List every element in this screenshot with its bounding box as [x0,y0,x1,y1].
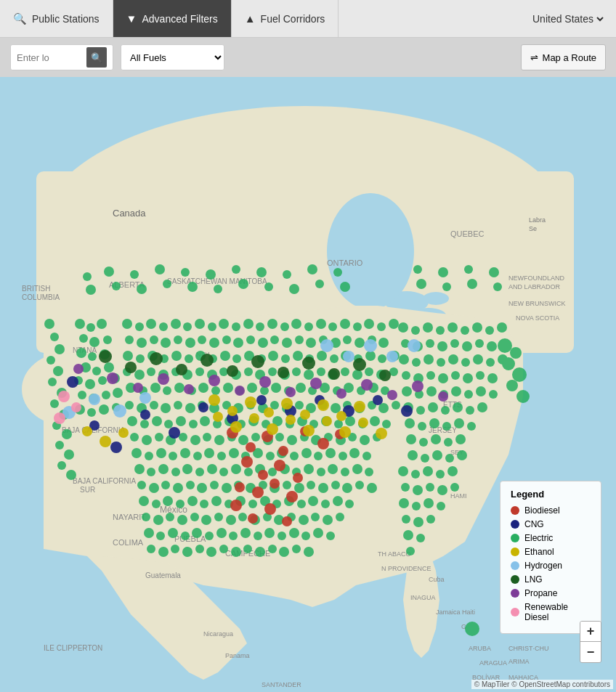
svg-point-576 [113,404,126,418]
svg-point-537 [317,438,329,449]
svg-point-115 [389,319,399,329]
search-button[interactable]: 🔍 [86,47,107,68]
hydrogen-label: Hydrogen [524,561,562,571]
svg-point-297 [345,416,355,426]
svg-text:HAMI: HAMI [450,492,467,500]
svg-point-253 [174,401,182,410]
svg-point-195 [426,339,434,348]
svg-point-394 [328,464,338,474]
svg-point-123 [209,338,219,348]
svg-point-527 [293,473,303,483]
svg-point-216 [463,373,473,383]
svg-point-205 [437,358,445,367]
svg-point-357 [457,450,467,460]
svg-point-339 [204,448,214,458]
svg-point-119 [161,338,171,348]
svg-point-331 [444,438,453,447]
svg-point-67 [57,461,66,470]
svg-point-69 [75,319,85,329]
map-route-button[interactable]: ⇌ Map a Route [521,44,606,70]
svg-point-177 [317,367,325,376]
svg-point-66 [64,449,74,460]
svg-point-378 [134,464,145,474]
svg-point-330 [431,434,441,444]
svg-point-494 [413,265,422,274]
svg-point-341 [229,448,239,458]
svg-point-404 [210,481,219,489]
svg-point-417 [367,483,377,493]
svg-point-505 [264,282,273,291]
svg-point-550 [373,395,383,405]
svg-text:BAJA CALIFORNIA: BAJA CALIFORNIA [73,477,137,485]
svg-point-420 [163,496,173,506]
region-selector[interactable]: United States Canada [519,0,616,37]
fuel-corridors-tab[interactable]: ▲ Fuel Corridors [232,0,339,37]
svg-point-247 [476,386,486,396]
svg-point-383 [195,468,204,476]
svg-point-517 [506,380,518,391]
svg-point-135 [354,338,365,348]
svg-point-358 [398,466,408,476]
svg-point-610 [58,391,70,402]
svg-point-76 [88,352,97,361]
svg-point-87 [102,391,110,399]
svg-text:Guatemala: Guatemala [145,571,181,579]
svg-point-124 [222,335,231,344]
advanced-filters-tab[interactable]: ▼ Advanced Filters [113,0,232,37]
svg-point-465 [289,528,299,538]
svg-point-526 [274,460,285,471]
svg-point-500 [137,284,147,294]
svg-point-373 [413,517,423,527]
svg-point-277 [466,406,474,415]
svg-text:NAYARIT: NAYARIT [113,513,146,521]
lng-label: LNG [524,574,543,585]
svg-point-519 [465,622,479,636]
svg-point-498 [86,285,96,295]
svg-point-392 [304,464,314,474]
svg-point-179 [341,367,349,376]
svg-point-400 [161,481,170,489]
zoom-out-button[interactable]: − [580,642,601,662]
svg-point-8 [327,193,414,309]
svg-point-159 [378,354,386,363]
fuel-type-select[interactable]: All Fuels Electric CNG LNG Biodiesel Eth… [121,44,224,70]
svg-point-411 [294,483,304,493]
svg-point-511 [467,279,477,289]
svg-point-72 [79,334,88,343]
svg-point-463 [264,528,275,538]
svg-point-438 [166,513,174,521]
svg-point-355 [432,450,442,460]
svg-point-105 [267,319,277,329]
zoom-in-button[interactable]: + [580,622,601,642]
lng-dot [511,575,519,584]
top-navigation: 🔍 Public Stations ▼ Advanced Filters ▲ F… [0,0,616,38]
svg-point-580 [364,339,377,352]
svg-point-359 [411,470,420,479]
svg-point-419 [152,500,161,508]
location-input[interactable] [17,52,82,63]
svg-text:Nicaragua: Nicaragua [203,630,233,638]
svg-point-572 [100,436,111,447]
map-container[interactable]: Canada BRITISH COLUMBIA ALBERTA SASKATCH… [0,77,616,692]
svg-point-281 [152,416,162,426]
svg-point-180 [352,370,362,380]
svg-point-602 [285,387,296,397]
svg-point-187 [436,326,445,335]
svg-point-185 [411,326,420,335]
svg-point-68 [66,470,76,480]
svg-point-158 [365,351,376,361]
svg-point-154 [317,351,327,361]
svg-point-184 [398,322,408,333]
svg-point-571 [82,426,92,436]
svg-point-398 [137,481,146,489]
svg-point-142 [171,351,182,361]
svg-point-143 [185,354,193,363]
region-select[interactable]: United States Canada [530,12,606,25]
svg-point-437 [153,515,163,525]
svg-point-126 [246,335,255,344]
svg-point-211 [402,371,410,380]
svg-point-246 [464,390,473,399]
svg-point-457 [192,528,202,538]
public-stations-tab[interactable]: 🔍 Public Stations [0,0,113,37]
biodiesel-label: Biodiesel [524,505,560,516]
